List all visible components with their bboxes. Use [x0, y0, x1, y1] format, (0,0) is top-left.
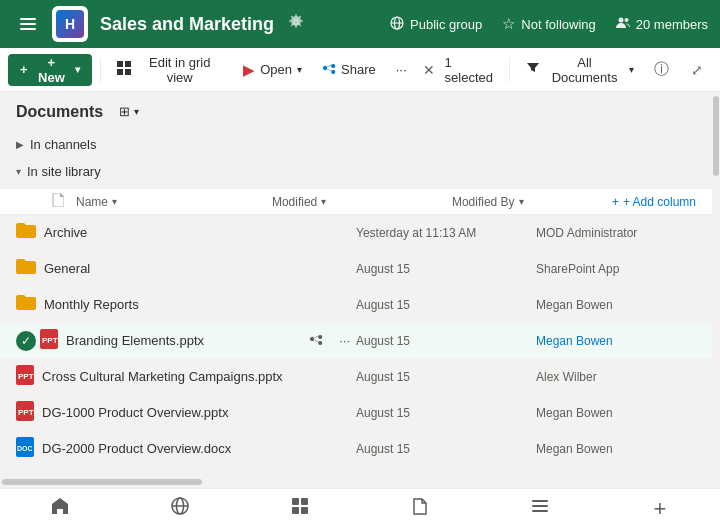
svg-rect-25	[292, 507, 299, 514]
add-col-plus-icon: +	[612, 195, 619, 209]
globe-icon	[390, 16, 404, 33]
file-modified: August 15	[356, 262, 536, 276]
folder-icon	[16, 258, 36, 279]
file-modified: Yesterday at 11:13 AM	[356, 226, 536, 240]
top-header: H Sales and Marketing Public group ☆ Not…	[0, 0, 720, 48]
toolbar-divider-2	[509, 58, 510, 82]
apps-icon	[290, 496, 310, 521]
not-following-label: Not following	[521, 17, 595, 32]
view-icon: ⊞	[119, 104, 130, 119]
info-button[interactable]: ⓘ	[646, 54, 677, 86]
row-more-button[interactable]: ···	[333, 331, 356, 350]
new-button[interactable]: + + New ▾	[8, 54, 92, 86]
in-site-library-label: In site library	[27, 164, 101, 179]
menu-nav-item[interactable]	[516, 491, 564, 527]
table-row[interactable]: DOC DG-2000 Product Overview.docx August…	[0, 431, 712, 467]
svg-text:PPT: PPT	[42, 336, 58, 345]
view-selector-button[interactable]: ⊞ ▾	[111, 102, 147, 121]
pptx-icon: PPT	[16, 365, 34, 389]
site-library-chevron-icon: ▾	[16, 166, 21, 177]
name-column-header[interactable]: Name ▾	[52, 193, 272, 210]
table-row[interactable]: ✓ PPT Branding Elements.pptx ··· August …	[0, 323, 712, 359]
row-actions: ···	[303, 330, 356, 351]
home-icon	[50, 496, 70, 521]
menu-nav-icon	[530, 496, 550, 521]
file-modified: August 15	[356, 298, 536, 312]
all-docs-chevron-icon: ▾	[629, 64, 634, 75]
file-name[interactable]: Archive	[44, 225, 356, 240]
svg-rect-2	[20, 28, 36, 30]
file-modified-by: Alex Wilber	[536, 370, 696, 384]
file-modified-by: Megan Bowen	[536, 298, 696, 312]
browse-nav-item[interactable]	[156, 491, 204, 527]
row-share-button[interactable]	[303, 330, 329, 351]
file-modified-by: SharePoint App	[536, 262, 696, 276]
svg-rect-11	[125, 69, 131, 75]
horizontal-scrollbar[interactable]	[0, 476, 720, 488]
app-icon: H	[52, 6, 88, 42]
selection-indicator: ✕ 1 selected	[419, 55, 501, 85]
add-column-button[interactable]: + + Add column	[612, 195, 696, 209]
add-nav-item[interactable]: +	[636, 491, 684, 527]
vertical-scrollbar[interactable]	[712, 92, 720, 476]
svg-rect-29	[532, 510, 548, 512]
table-row[interactable]: Archive Yesterday at 11:13 AM MOD Admini…	[0, 215, 712, 251]
modified-sort-icon: ▾	[321, 196, 326, 207]
table-row[interactable]: PPT DG-1000 Product Overview.pptx August…	[0, 395, 712, 431]
members-icon	[616, 16, 630, 33]
hamburger-menu-button[interactable]	[12, 8, 44, 40]
in-channels-item[interactable]: ▶ In channels	[0, 131, 712, 158]
pptx-icon: PPT	[40, 329, 58, 353]
table-row[interactable]: Monthly Reports August 15 Megan Bowen	[0, 287, 712, 323]
modified-by-column-header[interactable]: Modified By ▾	[452, 195, 612, 209]
follow-button[interactable]: ☆ Not following	[502, 15, 595, 33]
main-content: Documents ⊞ ▾ ▶ In channels ▾ In site li…	[0, 92, 712, 476]
clear-selection-button[interactable]: ✕	[419, 60, 439, 80]
toolbar-divider-1	[100, 58, 101, 82]
site-title: Sales and Marketing	[100, 14, 274, 35]
filter-icon	[526, 61, 540, 78]
file-name[interactable]: General	[44, 261, 356, 276]
public-group-label: Public group	[410, 17, 482, 32]
svg-rect-8	[117, 61, 123, 67]
file-name[interactable]: Monthly Reports	[44, 297, 356, 312]
svg-rect-23	[292, 498, 299, 505]
documents-header: Documents ⊞ ▾	[0, 92, 712, 127]
folder-icon	[16, 294, 36, 315]
tree-section: ▶ In channels ▾ In site library	[0, 127, 712, 189]
files-nav-item[interactable]	[396, 491, 444, 527]
grid-icon	[117, 61, 131, 78]
bottom-navigation: +	[0, 488, 720, 528]
h-scrollbar-thumb[interactable]	[2, 479, 202, 485]
expand-button[interactable]: ⤢	[681, 54, 712, 86]
apps-nav-item[interactable]	[276, 491, 324, 527]
file-modified-by: Megan Bowen	[536, 406, 696, 420]
edit-grid-button[interactable]: Edit in grid view	[109, 54, 231, 86]
open-chevron-icon: ▾	[297, 64, 302, 75]
file-list: Archive Yesterday at 11:13 AM MOD Admini…	[0, 215, 712, 467]
file-name[interactable]: DG-1000 Product Overview.pptx	[42, 405, 356, 420]
file-name[interactable]: DG-2000 Product Overview.docx	[42, 441, 356, 456]
scrollbar-thumb[interactable]	[713, 96, 719, 176]
all-documents-button[interactable]: All Documents ▾	[518, 54, 643, 86]
file-name[interactable]: Branding Elements.pptx	[66, 333, 295, 348]
modified-column-header[interactable]: Modified ▾	[272, 195, 452, 209]
svg-text:DOC: DOC	[17, 445, 33, 452]
table-row[interactable]: PPT Cross Cultural Marketing Campaigns.p…	[0, 359, 712, 395]
table-row[interactable]: General August 15 SharePoint App	[0, 251, 712, 287]
members-indicator[interactable]: 20 members	[616, 16, 708, 33]
settings-icon[interactable]	[288, 14, 304, 34]
home-nav-item[interactable]	[36, 491, 84, 527]
more-button[interactable]: ···	[388, 54, 415, 86]
share-button[interactable]: Share	[314, 54, 384, 86]
file-modified: August 15	[356, 442, 536, 456]
file-name[interactable]: Cross Cultural Marketing Campaigns.pptx	[42, 369, 356, 384]
name-sort-icon: ▾	[112, 196, 117, 207]
selection-check-icon: ✓	[16, 331, 36, 351]
documents-title: Documents	[16, 103, 103, 121]
in-site-library-item[interactable]: ▾ In site library	[0, 158, 712, 185]
public-group-indicator[interactable]: Public group	[390, 16, 482, 33]
open-button[interactable]: ▶ Open ▾	[235, 54, 310, 86]
svg-text:PPT: PPT	[18, 408, 34, 417]
more-icon: ···	[396, 62, 407, 77]
